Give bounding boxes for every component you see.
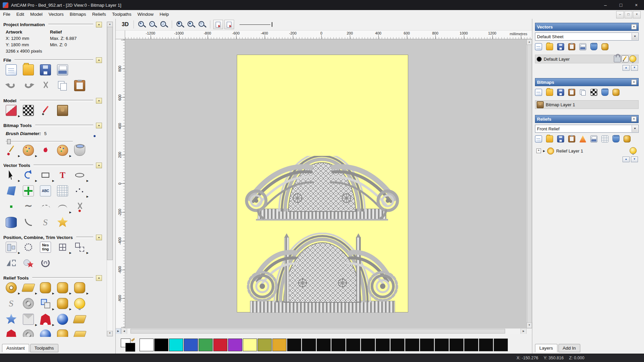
edit-layer-colour-button[interactable]	[622, 55, 629, 63]
zoom-objects-button[interactable]: ●	[186, 20, 196, 29]
palette-swatch-8[interactable]	[258, 339, 272, 351]
cut-vectors-button[interactable]	[40, 80, 57, 94]
next-view-button[interactable]	[224, 20, 234, 29]
offset-relief-button[interactable]: ▶	[40, 298, 57, 311]
menu-help[interactable]: Help	[157, 10, 172, 19]
palette-swatch-23[interactable]	[479, 339, 493, 351]
relief-light-button[interactable]	[74, 298, 91, 311]
mirror-vectors-button[interactable]	[6, 257, 23, 271]
envelope-relief-expand-icon[interactable]: ▶	[35, 324, 37, 326]
brush-diameter-slider[interactable]	[6, 139, 73, 144]
close-button[interactable]: ×	[629, 0, 644, 10]
merge-reliefs-button[interactable]	[601, 135, 612, 144]
relief-tool-more-4-button[interactable]	[57, 329, 74, 337]
transform-bitmap-button[interactable]	[612, 89, 624, 98]
scroll-up-icon[interactable]: ▲	[107, 22, 113, 27]
zoom-in-button[interactable]: +	[137, 20, 146, 29]
panel-toggle-icon[interactable]: ▶	[116, 328, 121, 334]
palette-swatch-9[interactable]	[272, 339, 286, 351]
delete-vector-sheet-button[interactable]	[590, 43, 601, 52]
canvas-vertical-scrollbar[interactable]: ▲ ▼	[526, 39, 532, 328]
fan-relief-expand-icon[interactable]: ▶	[52, 324, 54, 326]
canvas-horizontal-scrollbar[interactable]: ▶ ◀ ▶	[116, 328, 532, 334]
snap-grid-button[interactable]	[57, 185, 74, 199]
open-model-button[interactable]	[23, 64, 40, 78]
mirror-relief-button[interactable]: ▶	[74, 282, 91, 296]
transform-tool-button[interactable]: ▶	[23, 170, 40, 183]
undo-button[interactable]	[6, 80, 23, 94]
envelope-relief-button[interactable]: ▶	[23, 314, 40, 327]
palette-swatch-13[interactable]	[331, 339, 345, 351]
select-tool-button[interactable]: ▶	[6, 170, 23, 183]
cylinder-tool-button[interactable]	[6, 217, 23, 230]
colour-palette-button[interactable]: ▶	[23, 145, 40, 158]
zoom-selected-button[interactable]: ○	[198, 20, 207, 29]
lock-layer-button[interactable]	[614, 55, 622, 63]
relief-tool-more-3-button[interactable]	[40, 329, 57, 337]
new-bitmap-layer-button[interactable]	[535, 89, 546, 98]
transform-vector-sheet-button[interactable]	[601, 43, 612, 52]
move-layer-down-icon[interactable]: ▼	[631, 157, 638, 162]
copy-vectors-button[interactable]	[57, 80, 74, 94]
palette-swatch-4[interactable]	[199, 339, 213, 351]
circular-array-button[interactable]	[23, 242, 40, 255]
palette-swatch-11[interactable]	[302, 339, 316, 351]
fan-relief-button[interactable]: ▶	[40, 314, 57, 327]
open-relief-button[interactable]	[546, 135, 557, 144]
scroll-right-icon[interactable]: ▶	[521, 328, 527, 334]
move-layer-up-icon[interactable]: ▲	[623, 157, 630, 162]
zoom-out-button[interactable]: -	[148, 20, 157, 29]
link-colours-button[interactable]: ▶	[57, 145, 74, 158]
canvas-viewport[interactable]: ▲ ▼	[125, 39, 532, 328]
palette-swatch-20[interactable]	[435, 339, 449, 351]
create-rectangle-button[interactable]: ▶	[40, 170, 57, 183]
set-model-size-expand-icon[interactable]: ▶	[18, 115, 20, 118]
open-vector-sheet-button[interactable]	[546, 43, 557, 52]
add-model-note-button[interactable]	[40, 105, 57, 118]
save-model-button[interactable]	[40, 64, 57, 78]
relief-tool-more-5-button[interactable]	[74, 329, 91, 337]
palette-swatch-24[interactable]	[494, 339, 508, 351]
freehand-polyline-button[interactable]	[23, 201, 40, 215]
slider-handle[interactable]	[7, 139, 11, 144]
paint-tool-button[interactable]: ▶	[6, 145, 23, 158]
expand-plus-icon[interactable]: +	[536, 148, 541, 153]
copy-bitmap-button[interactable]	[579, 89, 590, 98]
move-layer-down-icon[interactable]: ▼	[631, 65, 638, 71]
create-snap-cross-button[interactable]	[23, 185, 40, 199]
relief-visibility-button[interactable]	[630, 147, 637, 155]
tab-assistant[interactable]: Assistant	[2, 344, 29, 352]
copy-along-curve-button[interactable]: ▶	[74, 242, 91, 255]
import-bitmap-button[interactable]	[568, 89, 579, 98]
save-relief-button[interactable]	[557, 135, 568, 144]
collapse-section-icon[interactable]: ▲	[96, 57, 102, 63]
relief-layer-row[interactable]: + ▶ Relief Layer 1	[535, 147, 639, 155]
set-model-size-button[interactable]: ▶	[6, 105, 23, 118]
scroll-down-icon[interactable]: ▼	[527, 322, 532, 328]
collapse-section-icon[interactable]: ▲	[631, 24, 637, 29]
smooth-relief-button[interactable]: ▶	[23, 282, 40, 296]
palette-swatch-6[interactable]	[228, 339, 242, 351]
flood-fill-button[interactable]	[74, 145, 91, 158]
line-style-control[interactable]	[239, 20, 280, 28]
collapse-section-icon[interactable]: ▲	[96, 98, 102, 104]
measure-tool-expand-icon[interactable]: ▶	[87, 195, 89, 198]
tab-toolpaths[interactable]: Toolpaths	[30, 344, 58, 352]
relief-tool-more-2-button[interactable]	[23, 329, 40, 337]
texture-relief-button[interactable]	[23, 298, 40, 311]
palette-swatch-22[interactable]	[464, 339, 478, 351]
redo-button[interactable]	[23, 80, 40, 94]
star-tool-button[interactable]	[57, 217, 74, 230]
palette-swatch-18[interactable]	[405, 339, 419, 351]
paint-tool-expand-icon[interactable]: ▶	[18, 155, 20, 158]
palette-swatch-7[interactable]	[243, 339, 257, 351]
mirror-relief-expand-icon[interactable]: ▶	[87, 292, 89, 295]
menu-edit[interactable]: Edit	[13, 10, 27, 19]
fillet-tool-button[interactable]	[23, 217, 40, 230]
offset-relief-expand-icon[interactable]: ▶	[52, 308, 54, 311]
palette-swatch-21[interactable]	[449, 339, 464, 351]
transform-tool-expand-icon[interactable]: ▶	[35, 180, 37, 182]
copy-along-curve-expand-icon[interactable]: ▶	[87, 252, 89, 254]
chevron-down-icon[interactable]: ▼	[632, 125, 638, 132]
move-layer-up-icon[interactable]: ▲	[623, 65, 630, 71]
